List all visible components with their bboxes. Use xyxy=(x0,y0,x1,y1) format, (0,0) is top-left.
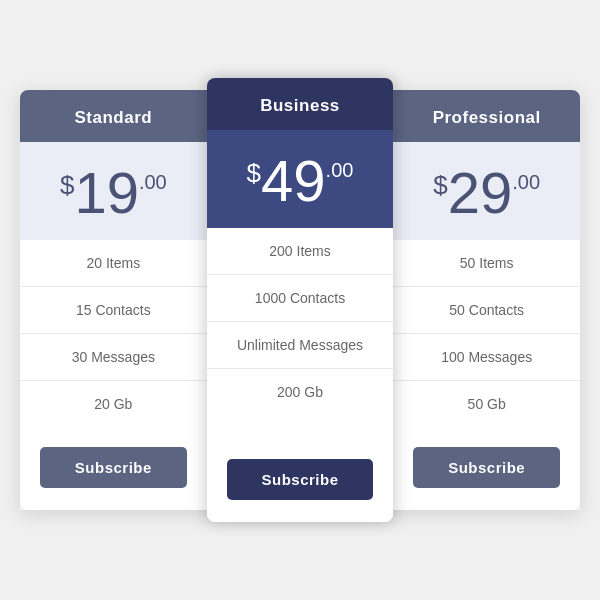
plan-professional-feature-2: 100 Messages xyxy=(393,334,580,381)
pricing-table: Standard$19.0020 Items15 Contacts30 Mess… xyxy=(20,90,580,510)
plan-business: Business$49.00200 Items1000 ContactsUnli… xyxy=(207,78,394,522)
plan-standard-feature-2: 30 Messages xyxy=(20,334,207,381)
plan-business-feature-0: 200 Items xyxy=(207,228,394,275)
plan-professional-feature-1: 50 Contacts xyxy=(393,287,580,334)
plan-standard-subscribe-button[interactable]: Subscribe xyxy=(40,447,187,488)
plan-standard-header: Standard xyxy=(20,90,207,142)
plan-business-currency: $ xyxy=(247,160,261,186)
plan-professional-currency: $ xyxy=(433,172,447,198)
plan-business-features: 200 Items1000 ContactsUnlimited Messages… xyxy=(207,228,394,439)
plan-professional-footer: Subscribe xyxy=(393,427,580,510)
plan-professional-amount: 29 xyxy=(448,164,513,222)
plan-professional-features: 50 Items50 Contacts100 Messages50 Gb xyxy=(393,240,580,427)
plan-standard-amount: 19 xyxy=(74,164,139,222)
plan-business-cents: .00 xyxy=(326,160,354,180)
plan-business-feature-3: 200 Gb xyxy=(207,369,394,415)
plan-professional-feature-3: 50 Gb xyxy=(393,381,580,427)
plan-business-price: $49.00 xyxy=(207,130,394,228)
plan-standard-price: $19.00 xyxy=(20,142,207,240)
plan-business-subscribe-button[interactable]: Subscribe xyxy=(227,459,374,500)
plan-standard-currency: $ xyxy=(60,172,74,198)
plan-standard: Standard$19.0020 Items15 Contacts30 Mess… xyxy=(20,90,207,510)
plan-standard-feature-1: 15 Contacts xyxy=(20,287,207,334)
plan-business-amount: 49 xyxy=(261,152,326,210)
plan-standard-cents: .00 xyxy=(139,172,167,192)
plan-standard-feature-0: 20 Items xyxy=(20,240,207,287)
plan-professional-cents: .00 xyxy=(512,172,540,192)
plan-business-header: Business xyxy=(207,78,394,130)
plan-standard-feature-3: 20 Gb xyxy=(20,381,207,427)
plan-professional-price: $29.00 xyxy=(393,142,580,240)
plan-professional-feature-0: 50 Items xyxy=(393,240,580,287)
plan-professional-subscribe-button[interactable]: Subscribe xyxy=(413,447,560,488)
plan-standard-footer: Subscribe xyxy=(20,427,207,510)
plan-professional: Professional$29.0050 Items50 Contacts100… xyxy=(393,90,580,510)
plan-business-feature-2: Unlimited Messages xyxy=(207,322,394,369)
plan-business-feature-1: 1000 Contacts xyxy=(207,275,394,322)
plan-business-footer: Subscribe xyxy=(207,439,394,522)
plan-professional-header: Professional xyxy=(393,90,580,142)
plan-standard-features: 20 Items15 Contacts30 Messages20 Gb xyxy=(20,240,207,427)
